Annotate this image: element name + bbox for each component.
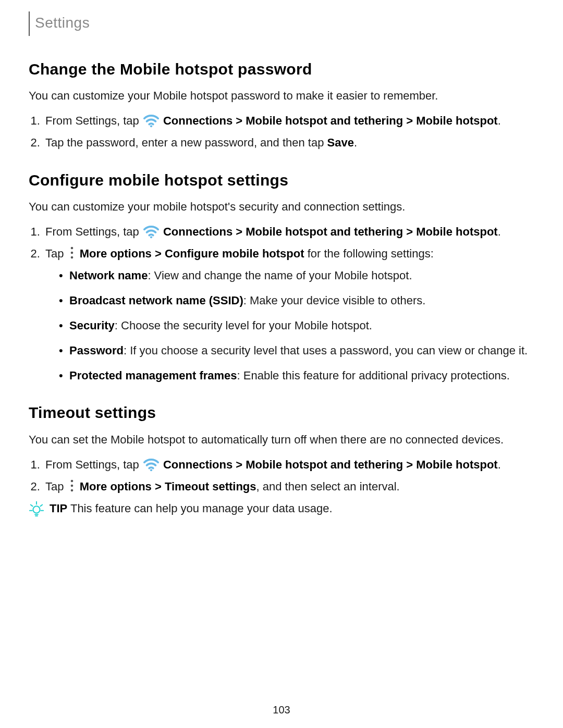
more-options-icon xyxy=(68,246,76,260)
save-label: Save xyxy=(327,136,354,149)
bullet-label: Security xyxy=(69,319,115,332)
bullet-text: : Choose the security level for your Mob… xyxy=(115,319,372,332)
nav-hotspot: Mobile hotspot xyxy=(416,225,497,238)
bullet-network-name: Network name: View and change the name o… xyxy=(59,267,534,284)
intro-timeout-settings: You can set the Mobile hotspot to automa… xyxy=(29,431,534,448)
step-2: Tap More options > Configure mobile hots… xyxy=(43,245,534,384)
bullet-text: : Make your device visible to others. xyxy=(243,294,426,307)
nav-hotspot: Mobile hotspot xyxy=(416,114,497,127)
step-1: From Settings, tap Connections > Mobile … xyxy=(43,113,534,129)
sep: > xyxy=(403,114,416,127)
step-text: From Settings, tap xyxy=(45,458,142,471)
heading-change-password: Change the Mobile hotspot password xyxy=(29,58,534,81)
bullet-label: Network name xyxy=(69,269,148,282)
intro-configure-hotspot: You can customize your mobile hotspot's … xyxy=(29,199,534,215)
timeout-settings-label: Timeout settings xyxy=(165,480,256,493)
step-text-tail: for the following settings: xyxy=(304,247,434,260)
step-text-tail: , and then select an interval. xyxy=(256,480,400,493)
nav-tethering: Mobile hotspot and tethering xyxy=(246,225,403,238)
bullet-protected-frames: Protected management frames: Enable this… xyxy=(59,367,534,384)
connections-icon xyxy=(143,113,159,128)
step-text: Tap xyxy=(45,480,67,493)
nav-hotspot: Mobile hotspot xyxy=(416,458,497,471)
sep: > xyxy=(403,225,416,238)
step-text: From Settings, tap xyxy=(45,114,142,127)
section-change-password: Change the Mobile hotspot password You c… xyxy=(29,58,534,151)
step-1: From Settings, tap Connections > Mobile … xyxy=(43,456,534,473)
nav-tethering: Mobile hotspot and tethering xyxy=(246,114,403,127)
intro-change-password: You can customize your Mobile hotspot pa… xyxy=(29,88,534,104)
more-options-icon xyxy=(68,479,76,492)
connections-icon xyxy=(143,457,159,472)
sep: > xyxy=(232,458,246,471)
bullet-text: : If you choose a security level that us… xyxy=(124,344,528,357)
bullet-label: Password xyxy=(69,344,124,357)
nav-tethering: Mobile hotspot and tethering xyxy=(246,458,403,471)
step-text: Tap xyxy=(45,247,67,260)
section-timeout-settings: Timeout settings You can set the Mobile … xyxy=(29,401,534,516)
step-1: From Settings, tap Connections > Mobile … xyxy=(43,224,534,240)
page-section-label: Settings xyxy=(29,11,95,36)
configure-hotspot-label: Configure mobile hotspot xyxy=(165,247,304,260)
sep: > xyxy=(152,480,165,493)
step-text: From Settings, tap xyxy=(45,225,142,238)
more-options-label: More options xyxy=(80,480,152,493)
section-configure-hotspot: Configure mobile hotspot settings You ca… xyxy=(29,169,534,384)
bullet-password: Password: If you choose a security level… xyxy=(59,342,534,359)
sep: > xyxy=(232,114,246,127)
sep: > xyxy=(232,225,246,238)
bullet-text: : Enable this feature for additional pri… xyxy=(237,369,510,382)
step-2: Tap More options > Timeout settings, and… xyxy=(43,478,534,495)
more-options-label: More options xyxy=(80,247,152,260)
bullet-label: Protected management frames xyxy=(69,369,237,382)
bullet-text: : View and change the name of your Mobil… xyxy=(148,269,412,282)
bullet-security: Security: Choose the security level for … xyxy=(59,317,534,334)
heading-timeout-settings: Timeout settings xyxy=(29,401,534,424)
connections-icon xyxy=(143,224,159,239)
tip-callout: TIP This feature can help you manage you… xyxy=(29,500,534,517)
nav-connections: Connections xyxy=(163,225,232,238)
page-number: 103 xyxy=(0,702,563,718)
heading-configure-hotspot: Configure mobile hotspot settings xyxy=(29,169,534,192)
sep: > xyxy=(403,458,416,471)
nav-connections: Connections xyxy=(163,458,232,471)
step-text: Tap the password, enter a new password, … xyxy=(45,136,327,149)
nav-connections: Connections xyxy=(163,114,232,127)
step-text-end: . xyxy=(354,136,357,149)
tip-bulb-icon xyxy=(29,501,44,516)
bullet-label: Broadcast network name (SSID) xyxy=(69,294,243,307)
tip-text: This feature can help you manage your da… xyxy=(67,502,332,515)
sep: > xyxy=(152,247,165,260)
tip-label: TIP xyxy=(50,502,67,515)
bullet-broadcast-ssid: Broadcast network name (SSID): Make your… xyxy=(59,292,534,309)
step-2: Tap the password, enter a new password, … xyxy=(43,134,534,151)
